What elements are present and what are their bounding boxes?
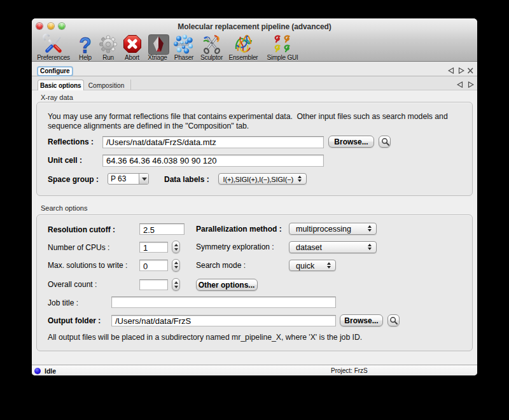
svg-text:?: ? [79,34,91,55]
svg-text:phaser: phaser [176,42,190,47]
